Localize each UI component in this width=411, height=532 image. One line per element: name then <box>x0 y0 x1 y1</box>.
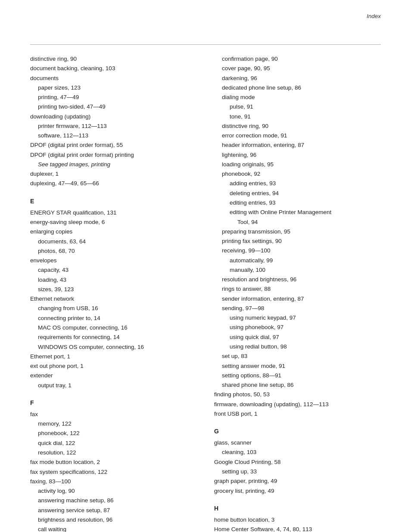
index-entry: firmware, downloading (updating), 112—11… <box>214 400 381 409</box>
index-entry: Ethernet network <box>30 294 197 304</box>
index-entry: faxing, 83—100 <box>30 477 197 486</box>
index-entry: fax mode button location, 2 <box>30 457 197 467</box>
index-entry: downloading (updating) <box>30 112 197 121</box>
index-entry: pulse, 91 <box>230 102 381 112</box>
index-entry: extender <box>30 371 197 380</box>
index-entry: sender information, entering, 87 <box>222 294 381 304</box>
index-entry: printing, 47—49 <box>38 93 197 102</box>
index-entry: duplexer, 1 <box>30 169 197 179</box>
index-entry: shared phone line setup, 86 <box>222 380 381 390</box>
index-entry: distinctive ring, 90 <box>30 54 197 64</box>
index-entry: requirements for connecting, 14 <box>38 333 197 342</box>
index-entry: resolution and brightness, 96 <box>222 275 381 284</box>
index-entry: error correction mode, 91 <box>222 131 381 140</box>
index-entry: photos, 68, 70 <box>38 246 197 256</box>
index-entry: ext out phone port, 1 <box>30 361 197 371</box>
index-entry: header information, entering, 87 <box>222 140 381 150</box>
index-entry: using phonebook, 97 <box>230 323 381 332</box>
left-column: distinctive ring, 90document backing, cl… <box>30 54 197 532</box>
index-entry: dedicated phone line setup, 86 <box>222 83 381 93</box>
index-entry: See tagged images, printing <box>38 160 197 169</box>
section-letter: H <box>214 504 381 513</box>
index-entry: graph paper, printing, 49 <box>214 476 381 486</box>
index-entry: Home Center Software, 4, 74, 80, 113 <box>214 525 381 532</box>
index-entry: answering machine setup, 86 <box>38 496 197 505</box>
index-entry: DPOF (digital print order format) printi… <box>30 150 197 160</box>
index-entry: home button location, 3 <box>214 515 381 525</box>
index-entry: rings to answer, 88 <box>222 284 381 294</box>
index-entry: Tool, 94 <box>237 218 381 227</box>
index-entry: adding entries, 93 <box>230 179 381 188</box>
index-entry: grocery list, printing, 49 <box>214 486 381 496</box>
index-entry: enlarging copies <box>30 227 197 236</box>
index-entry: Google Cloud Printing, 58 <box>214 457 381 467</box>
index-entry: setting answer mode, 91 <box>222 361 381 371</box>
index-entry: finding photos, 50, 53 <box>214 390 381 399</box>
index-entry: printing fax settings, 90 <box>222 236 381 246</box>
index-entry: using numeric keypad, 97 <box>230 313 381 323</box>
index-entry: documents, 63, 64 <box>38 237 197 246</box>
index-entry: cleaning, 103 <box>222 448 381 457</box>
index-entry: lightening, 96 <box>222 150 381 160</box>
index-entry: confirmation page, 90 <box>222 54 381 64</box>
index-entry: preparing transmission, 95 <box>222 227 381 236</box>
index-entry: fax <box>30 410 197 419</box>
index-entry: front USB port, 1 <box>214 409 381 419</box>
index-entry: documents <box>30 74 197 83</box>
index-entry: envelopes <box>30 256 197 265</box>
index-entry: WINDOWS OS computer, connecting, 16 <box>38 342 197 352</box>
index-entry: darkening, 96 <box>222 74 381 83</box>
index-entry: document backing, cleaning, 103 <box>30 64 197 73</box>
index-entry: phonebook, 122 <box>38 429 197 438</box>
index-entry: changing from USB, 16 <box>38 304 197 313</box>
index-entry: fax system specifications, 122 <box>30 467 197 477</box>
index-entry: capacity, 43 <box>38 265 197 275</box>
index-entry: dialing mode <box>222 93 381 102</box>
index-entry: paper sizes, 123 <box>38 83 197 93</box>
page: Index distinctive ring, 90document backi… <box>0 0 411 532</box>
index-entry: brightness and resolution, 96 <box>38 515 197 525</box>
index-entry: quick dial, 122 <box>38 439 197 448</box>
index-entry: editing with Online Printer Management <box>230 208 381 217</box>
header-title: Index <box>367 13 381 19</box>
index-entry: sizes, 39, 123 <box>38 285 197 294</box>
index-entry: manually, 100 <box>230 265 381 275</box>
index-entry: editing entries, 93 <box>230 198 381 208</box>
index-entry: deleting entries, 94 <box>230 189 381 198</box>
index-entry: using redial button, 98 <box>230 342 381 352</box>
index-entry: set up, 83 <box>222 352 381 361</box>
index-entry: receiving, 99—100 <box>222 246 381 255</box>
index-entry: glass, scanner <box>214 438 381 448</box>
index-entry: output tray, 1 <box>38 381 197 390</box>
index-entry: activity log, 90 <box>38 486 197 496</box>
index-entry: resolution, 122 <box>38 448 197 457</box>
right-column: confirmation page, 90cover page, 90, 95d… <box>214 54 381 532</box>
index-entry: setting up, 33 <box>222 467 381 476</box>
index-entry: call waiting <box>38 525 197 532</box>
section-letter: F <box>30 398 197 408</box>
index-entry: printer firmware, 112—113 <box>38 121 197 131</box>
index-entry: ENERGY STAR qualification, 131 <box>30 208 197 218</box>
index-entry: cover page, 90, 95 <box>222 64 381 73</box>
index-entry: MAC OS computer, connecting, 16 <box>38 323 197 333</box>
index-entry: answering service setup, 87 <box>38 506 197 515</box>
index-entry: connecting printer to, 14 <box>38 314 197 323</box>
index-entry: software, 112—113 <box>38 131 197 140</box>
page-header: Index <box>367 13 381 19</box>
index-entry: automatically, 99 <box>230 256 381 265</box>
top-rule <box>30 44 381 45</box>
index-entry: loading originals, 95 <box>222 160 381 169</box>
index-entry: tone, 91 <box>230 112 381 121</box>
index-entry: Ethernet port, 1 <box>30 352 197 361</box>
index-entry: phonebook, 92 <box>222 169 381 179</box>
index-entry: using quick dial, 97 <box>230 333 381 342</box>
section-letter: G <box>214 426 381 436</box>
index-entry: DPOF (digital print order format), 55 <box>30 140 197 150</box>
index-entry: distinctive ring, 90 <box>222 121 381 131</box>
index-entry: setting options, 88—91 <box>222 371 381 380</box>
section-letter: E <box>30 196 197 206</box>
index-columns: distinctive ring, 90document backing, cl… <box>30 54 381 532</box>
index-entry: memory, 122 <box>38 419 197 429</box>
index-entry: energy-saving sleep mode, 6 <box>30 218 197 227</box>
index-entry: sending, 97—98 <box>222 304 381 313</box>
